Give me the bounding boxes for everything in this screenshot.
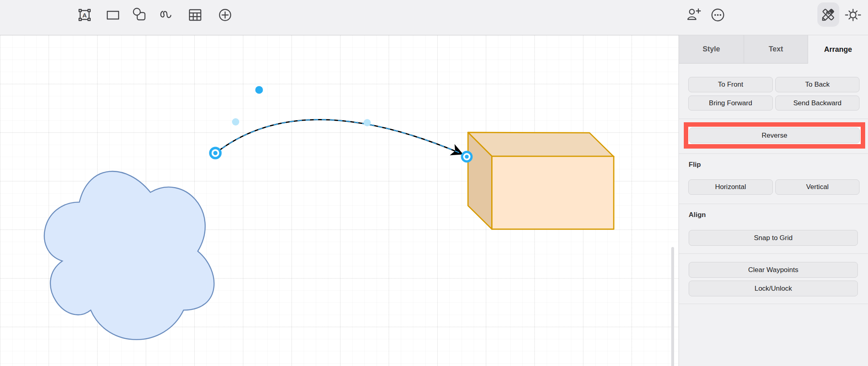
text-tool-glyph: A [83, 12, 87, 19]
ellipsis-circle-icon [709, 6, 727, 24]
format-panel: Style Text Arrange To Front To Back Brin… [679, 35, 868, 366]
app-window: A [0, 0, 868, 366]
plus-circle-icon [216, 6, 234, 24]
clear-waypoints-button[interactable]: Clear Waypoints [689, 262, 858, 278]
section-divider [679, 253, 868, 254]
send-backward-button[interactable]: Send Backward [775, 96, 859, 111]
pencil-ruler-icon [819, 6, 837, 23]
to-back-button[interactable]: To Back [775, 77, 859, 92]
format-tabs: Style Text Arrange [679, 35, 868, 64]
table-icon [186, 6, 204, 24]
section-divider [679, 204, 868, 204]
tab-arrange[interactable]: Arrange [808, 35, 868, 64]
rectangle-icon [104, 6, 122, 24]
align-section-heading: Align [689, 211, 706, 219]
reverse-button[interactable]: Reverse [689, 128, 860, 143]
tab-text[interactable]: Text [744, 35, 808, 64]
design-tools-active-button[interactable] [817, 2, 839, 27]
virtual-waypoint-handle[interactable] [364, 119, 371, 126]
edge-source-handle[interactable] [209, 147, 222, 160]
reverse-highlight-inner: Reverse [688, 127, 861, 144]
lock-unlock-button[interactable]: Lock/Unlock [689, 281, 858, 296]
freehand-tool-button[interactable] [158, 6, 176, 24]
virtual-waypoint-handle[interactable] [232, 118, 239, 126]
edge-selection-highlight [216, 119, 462, 154]
table-tool-button[interactable] [186, 6, 204, 24]
flip-section-heading: Flip [689, 161, 701, 169]
text-selection-icon: A [76, 6, 94, 24]
appearance-toggle-button[interactable] [844, 6, 862, 24]
design-tools-toggle[interactable] [819, 6, 837, 23]
insert-more-shapes-button[interactable] [216, 6, 234, 24]
shapes-icon [131, 6, 149, 24]
drawing-canvas[interactable] [0, 35, 679, 366]
top-toolbar: A [0, 0, 868, 35]
tab-style[interactable]: Style [679, 35, 744, 64]
insert-text-tool-button[interactable]: A [76, 6, 94, 24]
rectangle-tool-button[interactable] [104, 6, 122, 24]
waypoint-handle[interactable] [255, 86, 263, 94]
add-person-icon [685, 6, 702, 24]
snap-to-grid-button[interactable]: Snap to Grid [689, 230, 858, 246]
section-divider [679, 153, 868, 154]
cloud-shape[interactable] [44, 171, 214, 340]
flip-vertical-button[interactable]: Vertical [775, 179, 859, 195]
more-options-button[interactable] [709, 6, 727, 24]
to-front-button[interactable]: To Front [688, 77, 773, 92]
cube-shape[interactable] [468, 132, 614, 229]
vertical-scrollbar[interactable] [671, 247, 674, 366]
bring-forward-button[interactable]: Bring Forward [688, 96, 773, 111]
flip-horizontal-button[interactable]: Horizontal [688, 179, 773, 195]
freehand-scribble-icon [158, 6, 176, 24]
reverse-highlight-frame: Reverse [684, 122, 865, 149]
sun-icon [844, 6, 862, 24]
edge-target-handle[interactable] [461, 151, 473, 163]
section-divider [679, 304, 868, 304]
canvas-shapes-layer [0, 35, 679, 366]
curved-connector-edge[interactable] [216, 119, 462, 154]
section-divider [679, 119, 868, 119]
share-button[interactable] [685, 6, 702, 24]
shape-tool-button[interactable] [131, 6, 149, 24]
